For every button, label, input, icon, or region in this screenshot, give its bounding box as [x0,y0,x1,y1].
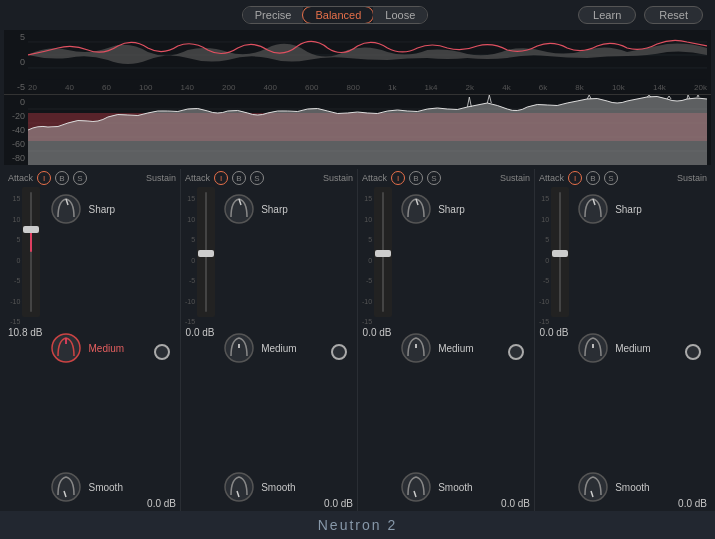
band-4-sharp-label: Sharp [615,204,642,215]
band-3-smooth-label: Smooth [438,482,472,493]
band-3-header: Attack I B S Sustain [362,171,530,185]
band-2-icon-s[interactable]: S [250,171,264,185]
band-1-smooth-knob[interactable] [48,469,84,505]
band-4-smooth-knob[interactable] [575,469,611,505]
band-3-attack-db: 0.0 dB [363,327,392,338]
band-2-header: Attack I B S Sustain [185,171,353,185]
band-4-knobs: Sharp Medium [573,187,674,509]
band-3-tick-labels: 15 10 5 0 -5 -10 -15 [362,195,372,325]
band-4-medium-row: Medium [575,330,672,366]
band-3-medium-knob[interactable] [398,330,434,366]
band-4-smooth-label: Smooth [615,482,649,493]
band-1-medium-label: Medium [88,343,124,354]
band-1-icon-b[interactable]: B [55,171,69,185]
band-1-sharp-label: Sharp [88,204,115,215]
band-1-content: 15 10 5 0 -5 -10 -15 [8,187,176,509]
band-4-attack-fader-col: 15 10 5 0 -5 -10 -15 [539,187,569,509]
band-4-icon-b[interactable]: B [586,171,600,185]
band-3-sustain-label: Sustain [500,173,530,183]
band-2-icon-b[interactable]: B [232,171,246,185]
band-1-knobs: Sharp Medium [46,187,143,509]
band-2-smooth-knob[interactable] [221,469,257,505]
band-2-sharp-row: Sharp [221,191,318,227]
band-1-attack-fader-col: 15 10 5 0 -5 -10 -15 [8,187,42,509]
band-1-sustain-knob-wrap [154,187,170,496]
band-1-icon-s[interactable]: S [73,171,87,185]
band-1-attack-fader[interactable] [22,187,40,317]
band-2-medium-knob[interactable] [221,330,257,366]
band-2-sharp-knob[interactable] [221,191,257,227]
band-3-medium-label: Medium [438,343,474,354]
band-3-sustain-knob[interactable] [508,344,524,360]
band-3-attack-label: Attack [362,173,387,183]
db-axis-bottom: 0 -20 -40 -60 -80 [4,95,28,165]
band-1: Attack I B S Sustain 15 10 5 0 -5 [4,169,181,511]
controls-section: Attack I B S Sustain 15 10 5 0 -5 [0,165,715,511]
band-3-sustain-col: 0.0 dB [501,187,530,509]
band-2-attack-fader[interactable] [197,187,215,317]
band-3-knobs: Sharp Medium [396,187,497,509]
waveform-svg-top [28,30,707,80]
db-axis-top: 5 0 -5 [4,30,28,94]
band-3-content: 15 10 5 0 -5 -10 -15 [362,187,530,509]
band-3-sharp-knob[interactable] [398,191,434,227]
band-3-icon-b[interactable]: B [409,171,423,185]
band-3-sustain-knob-wrap [508,187,524,496]
band-3-attack-fader[interactable] [374,187,392,317]
band-4-icon-i[interactable]: I [568,171,582,185]
waveform-top: 5 0 -5 20 40 60 100 1 [4,30,711,95]
main-container: Precise Balanced Loose Learn Reset 5 0 -… [0,0,715,539]
band-2-sustain-db: 0.0 dB [324,498,353,509]
band-1-sustain-knob[interactable] [154,344,170,360]
band-4-icon-s[interactable]: S [604,171,618,185]
band-4-content: 15 10 5 0 -5 -10 -15 [539,187,707,509]
band-4-header: Attack I B S Sustain [539,171,707,185]
band-2-knobs: Sharp Medium [219,187,320,509]
band-2-medium-row: Medium [221,330,318,366]
app-title: Neutron 2 [318,517,397,533]
band-4-sharp-knob[interactable] [575,191,611,227]
band-1-smooth-label: Smooth [88,482,122,493]
band-4-medium-label: Medium [615,343,651,354]
band-2-sustain-knob[interactable] [331,344,347,360]
freq-axis: 20 40 60 100 140 200 400 600 800 1k 1k4 … [28,80,707,94]
band-1-medium-knob[interactable] [48,330,84,366]
waveform-bottom: 0 -20 -40 -60 -80 [4,95,711,165]
band-3-sharp-row: Sharp [398,191,495,227]
learn-button[interactable]: Learn [578,6,636,24]
band-4-medium-knob[interactable] [575,330,611,366]
band-4-attack-fader[interactable] [551,187,569,317]
band-3-icon-i[interactable]: I [391,171,405,185]
band-2-smooth-label: Smooth [261,482,295,493]
band-1-sharp-knob[interactable] [48,191,84,227]
band-3: Attack I B S Sustain 15 10 5 0 -5 [358,169,535,511]
band-1-sharp-row: Sharp [48,191,141,227]
band-2-tick-labels: 15 10 5 0 -5 -10 -15 [185,195,195,325]
band-3-fader-ticks: 15 10 5 0 -5 -10 -15 [362,187,392,325]
band-2: Attack I B S Sustain 15 10 5 0 -5 [181,169,358,511]
band-1-fader-with-ticks: 15 10 5 0 -5 -10 -15 [10,187,40,325]
mode-balanced[interactable]: Balanced [302,6,374,24]
mode-group: Precise Balanced Loose [242,6,429,24]
band-4-attack-db: 0.0 dB [540,327,569,338]
band-4-sharp-row: Sharp [575,191,672,227]
band-2-icon-i[interactable]: I [214,171,228,185]
band-3-sharp-label: Sharp [438,204,465,215]
band-1-attack-db: 10.8 dB [8,327,42,338]
band-4-sustain-knob-wrap [685,187,701,496]
band-2-attack-label: Attack [185,173,210,183]
mode-loose[interactable]: Loose [373,7,427,23]
mode-precise[interactable]: Precise [243,7,304,23]
band-1-header: Attack I B S Sustain [8,171,176,185]
bottom-bar: Neutron 2 [0,511,715,539]
band-3-icon-s[interactable]: S [427,171,441,185]
band-3-smooth-knob[interactable] [398,469,434,505]
band-3-medium-row: Medium [398,330,495,366]
band-2-attack-fader-col: 15 10 5 0 -5 -10 -15 [185,187,215,509]
band-2-sustain-label: Sustain [323,173,353,183]
band-1-smooth-row: Smooth [48,469,141,505]
reset-button[interactable]: Reset [644,6,703,24]
band-4-sustain-knob[interactable] [685,344,701,360]
band-4-smooth-row: Smooth [575,469,672,505]
band-1-icon-i[interactable]: I [37,171,51,185]
